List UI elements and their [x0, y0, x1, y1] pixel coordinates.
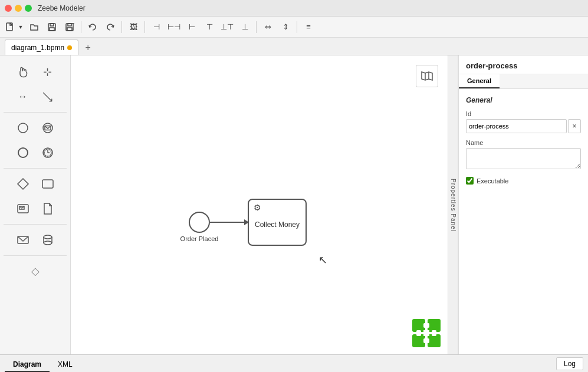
- tool-row-6: [11, 197, 60, 220]
- properties-panel: order-process General General Id × Name: [458, 55, 588, 354]
- svg-rect-7: [67, 28, 72, 31]
- svg-rect-3: [50, 24, 54, 26]
- end-event-button[interactable]: [11, 141, 35, 164]
- props-executable-row: Executable: [466, 177, 581, 185]
- email-task-button[interactable]: [11, 228, 35, 252]
- canvas[interactable]: Order Placed ⚙ Collect Money ↖: [71, 55, 448, 354]
- new-dropdown[interactable]: ▼: [4, 19, 25, 35]
- diagram-tab[interactable]: diagram_1.bpmn: [5, 39, 78, 55]
- svg-point-25: [44, 241, 52, 245]
- properties-panel-toggle[interactable]: Properties Panel: [448, 55, 458, 354]
- tool-row-8: ◇: [24, 259, 47, 283]
- svg-point-22: [44, 235, 52, 239]
- close-button[interactable]: [5, 5, 12, 12]
- toolbar-separator-2: [121, 21, 122, 33]
- props-tab-general-label: General: [467, 77, 491, 84]
- props-id-field: Id ×: [466, 110, 581, 133]
- toolbar-separator-5: [297, 21, 297, 33]
- connect-tool-button[interactable]: ⟶: [31, 80, 64, 114]
- properties-panel-tabs: General: [459, 74, 588, 89]
- open-button[interactable]: [26, 19, 42, 35]
- distribute-h-button[interactable]: ⇔: [259, 19, 276, 35]
- left-toolbar-sep-4: [4, 255, 67, 256]
- window-buttons: [5, 5, 32, 12]
- titlebar: Zeebe Modeler: [0, 0, 588, 17]
- align-top-button[interactable]: ⊤: [201, 19, 218, 35]
- tool-row-7: [11, 228, 60, 252]
- message-event-button[interactable]: [36, 116, 60, 140]
- distribute-v-button[interactable]: ⇕: [277, 19, 294, 35]
- cursor: ↖: [318, 254, 327, 266]
- diagram-tab-label: diagram_1.bpmn: [11, 44, 64, 52]
- toolbar: ▼ 🖼 ⊣ ⊢⊣: [0, 17, 588, 38]
- props-id-clear-button[interactable]: ×: [568, 119, 581, 133]
- deploy-button[interactable]: 🖼: [125, 19, 142, 35]
- send-task-button[interactable]: [11, 197, 35, 220]
- props-executable-label: Executable: [477, 177, 508, 185]
- redo-button[interactable]: [102, 19, 119, 35]
- svg-rect-18: [42, 180, 53, 188]
- new-dropdown-arrow[interactable]: ▼: [17, 19, 25, 35]
- svg-rect-37: [423, 338, 429, 343]
- left-toolbar-sep-1: [4, 112, 67, 113]
- toolbar-separator-3: [144, 21, 145, 33]
- maximize-button[interactable]: [25, 5, 32, 12]
- align-center-button[interactable]: ⊢⊣: [166, 19, 182, 35]
- data-object-button[interactable]: [36, 197, 60, 220]
- data-store-button[interactable]: [36, 228, 60, 252]
- svg-rect-32: [412, 334, 425, 347]
- subprocess-button[interactable]: ◇: [24, 259, 47, 283]
- props-name-field: Name: [466, 139, 581, 171]
- undo-button[interactable]: [84, 19, 101, 35]
- tool-row-4: [11, 141, 60, 164]
- task-label: Collect Money: [252, 220, 302, 229]
- task-button[interactable]: [36, 172, 60, 196]
- align-right-button[interactable]: ⊢: [183, 19, 200, 35]
- bottom-tab-xml[interactable]: XML: [50, 358, 81, 372]
- props-id-input[interactable]: [466, 119, 567, 133]
- start-event-button[interactable]: [11, 116, 35, 140]
- start-event-shape[interactable]: [189, 212, 210, 233]
- svg-rect-33: [428, 334, 441, 347]
- bpmn-diagram: Order Placed ⚙ Collect Money ↖: [71, 55, 448, 354]
- tool-row-3: [11, 116, 60, 140]
- sequence-flow[interactable]: [210, 222, 248, 223]
- add-tab-button[interactable]: +: [81, 41, 95, 55]
- new-button[interactable]: [4, 19, 17, 35]
- svg-rect-4: [50, 28, 54, 31]
- svg-point-12: [18, 148, 28, 157]
- log-button[interactable]: Log: [556, 357, 583, 370]
- minimap-button[interactable]: [416, 65, 438, 87]
- props-id-label: Id: [466, 110, 581, 117]
- svg-marker-17: [18, 179, 28, 189]
- props-name-label: Name: [466, 139, 581, 146]
- more-button[interactable]: ≡: [300, 19, 317, 35]
- props-tab-general[interactable]: General: [459, 74, 500, 88]
- left-toolbar-sep-2: [4, 168, 67, 169]
- task-shape[interactable]: ⚙ Collect Money: [248, 199, 307, 246]
- props-name-textarea[interactable]: [466, 148, 581, 169]
- bottom-tab-diagram[interactable]: Diagram: [5, 358, 50, 372]
- properties-panel-content: General Id × Name Executable: [459, 89, 588, 354]
- task-service-icon: ⚙: [254, 203, 261, 212]
- align-left-button[interactable]: ⊣: [148, 19, 165, 35]
- hand-tool-button[interactable]: [11, 60, 35, 84]
- save-button[interactable]: [44, 19, 60, 35]
- svg-marker-26: [422, 72, 432, 80]
- tab-unsaved-indicator: [67, 45, 72, 50]
- align-bottom-button[interactable]: ⊥: [236, 19, 253, 35]
- minimize-button[interactable]: [15, 5, 22, 12]
- tabbar: diagram_1.bpmn +: [0, 38, 588, 55]
- svg-rect-6: [68, 24, 71, 26]
- props-section-general-title: General: [466, 96, 581, 104]
- align-middle-button[interactable]: ⊥⊤: [219, 19, 235, 35]
- save-as-button[interactable]: [61, 19, 78, 35]
- props-executable-checkbox[interactable]: [466, 177, 474, 185]
- svg-rect-34: [423, 323, 429, 328]
- svg-rect-38: [423, 330, 429, 336]
- tool-row-1: ⊹: [11, 60, 60, 84]
- exclusive-gateway-button[interactable]: [11, 172, 35, 196]
- tool-row-2: ↔ ⟶: [11, 85, 60, 108]
- timer-event-button[interactable]: [36, 141, 60, 164]
- props-toggle-label: Properties Panel: [450, 179, 456, 232]
